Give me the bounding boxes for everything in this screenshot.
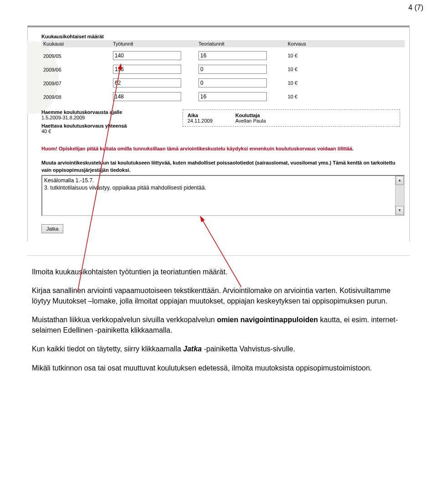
table-row: 2009/08 10 € xyxy=(41,91,405,102)
cell-month: 2009/08 xyxy=(41,93,111,101)
page-number: 4 (7) xyxy=(0,0,437,12)
signature-box: Aika 24.11.2009 Kouluttaja Avellan Paula xyxy=(183,109,400,127)
table-row: 2009/05 10 € xyxy=(41,50,405,61)
text-bold-italic: Jatka xyxy=(183,345,202,353)
text-span: Kun kaikki tiedot on täytetty, siirry kl… xyxy=(32,345,183,353)
teoriatunnit-input[interactable] xyxy=(198,51,267,60)
teoriatunnit-input[interactable] xyxy=(198,92,267,101)
cell-korvaus: 10 € xyxy=(286,79,371,87)
instruction-paragraph: Kirjaa sanallinen arviointi vapaamuotois… xyxy=(32,285,405,306)
text-span: -painiketta Vahvistus-sivulle. xyxy=(202,345,295,353)
table-row: 2009/07 10 € xyxy=(41,77,405,88)
col-header-kuukausi: Kuukausi xyxy=(41,40,111,47)
total-label: Haettava koulutuskorvaus yhteensä xyxy=(41,123,169,129)
cell-month: 2009/06 xyxy=(41,65,111,73)
instruction-paragraph: Muistathan liikkua verkkopalvelun sivuil… xyxy=(32,314,405,335)
tyotunnit-input[interactable] xyxy=(113,92,181,101)
cell-month: 2009/05 xyxy=(41,51,111,60)
apply-period-value: 1.5.2009-31.8.2009 xyxy=(41,115,169,120)
col-header-korvaus: Korvaus xyxy=(286,40,371,47)
kouluttaja-value: Avellan Paula xyxy=(235,118,266,123)
text-bold: omien navigointinappuloiden xyxy=(217,316,318,324)
col-header-teoriatunnit: Teoriatunnit xyxy=(197,40,286,47)
teoriatunnit-input[interactable] xyxy=(198,78,267,87)
other-info-textarea[interactable] xyxy=(42,176,395,215)
instruction-paragraph: Ilmoita kuukausikohtaisten työtuntien ja… xyxy=(32,267,405,277)
text-span: Muistathan liikkua verkkopalvelun sivuil… xyxy=(32,316,217,324)
cell-korvaus: 10 € xyxy=(286,52,371,59)
apply-period-label: Haemme koulutuskorvausta ajalle xyxy=(41,109,169,115)
cell-korvaus: 10 € xyxy=(286,93,371,100)
aika-label: Aika xyxy=(188,113,213,118)
other-info-label: Muuta arviointikeskusteluun tai koulutuk… xyxy=(41,159,405,174)
aika-value: 24.11.2009 xyxy=(188,118,213,123)
table-row: 2009/06 10 € xyxy=(41,64,405,75)
tyotunnit-input[interactable] xyxy=(113,65,181,74)
tyotunnit-input[interactable] xyxy=(113,51,181,60)
cell-month: 2009/07 xyxy=(41,79,111,87)
form-screenshot: Kuukausikohtaiset määrät Kuukausi Työtun… xyxy=(27,26,410,242)
amounts-title: Kuukausikohtaiset määrät xyxy=(41,34,405,39)
col-header-tyotunnit: Työtunnit xyxy=(111,40,197,47)
horizontal-rule xyxy=(27,255,410,256)
instruction-paragraph: Mikäli tutkinnon osa tai osat muuttuvat … xyxy=(32,363,405,373)
scrollbar[interactable]: ▲ ▼ xyxy=(395,176,404,215)
scroll-down-icon[interactable]: ▼ xyxy=(396,206,404,215)
tyotunnit-input[interactable] xyxy=(113,78,181,87)
kouluttaja-label: Kouluttaja xyxy=(235,113,266,118)
total-value: 40 € xyxy=(41,129,169,134)
jatka-button[interactable]: Jatka xyxy=(41,224,63,233)
scroll-up-icon[interactable]: ▲ xyxy=(396,176,404,185)
red-notice: Huom! Opiskelijan pitää kuitata omilla t… xyxy=(41,145,405,153)
instruction-paragraph: Kun kaikki tiedot on täytetty, siirry kl… xyxy=(32,344,405,354)
table-header-row: Kuukausi Työtunnit Teoriatunnit Korvaus xyxy=(41,40,405,47)
instruction-text: Ilmoita kuukausikohtaisten työtuntien ja… xyxy=(32,267,405,373)
cell-korvaus: 10 € xyxy=(286,66,371,73)
teoriatunnit-input[interactable] xyxy=(198,65,267,74)
